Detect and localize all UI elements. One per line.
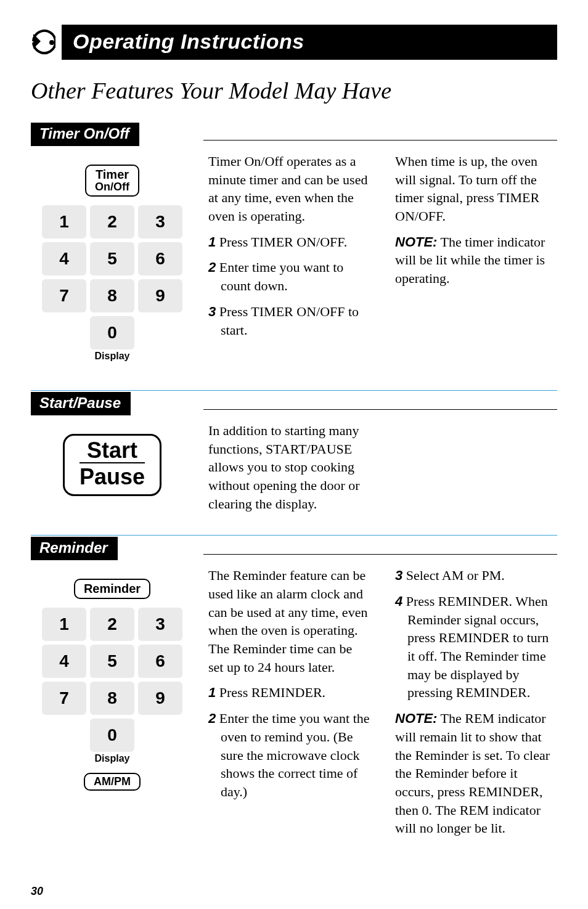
quickstart-icon <box>31 25 55 60</box>
timer-step2: 2 Enter time you want to count down. <box>208 258 370 295</box>
section-timer: Timer On/Off Timer On/Off 1 2 3 4 5 6 7 … <box>31 123 557 368</box>
key-9: 9 <box>138 682 182 715</box>
svg-marker-0 <box>33 34 41 49</box>
key-2: 2 <box>90 205 134 238</box>
section-heading-startpause: Start/Pause <box>31 392 131 415</box>
reminder-step3: 3 Select AM or PM. <box>395 566 557 585</box>
header-row: Operating Instructions <box>31 25 557 60</box>
timer-step3: 3 Press TIMER ON/OFF to start. <box>208 303 370 339</box>
section-startpause: Start/Pause Start Pause In addition to s… <box>31 390 557 513</box>
key-8: 8 <box>90 279 134 312</box>
reminder-label-box: Reminder <box>74 579 150 599</box>
page-number: 30 <box>31 885 43 898</box>
timer-keypad: 1 2 3 4 5 6 7 8 9 0 <box>31 205 194 349</box>
ampm-box: AM/PM <box>84 773 141 791</box>
timer-p1: When time is up, the oven will signal. T… <box>395 152 557 226</box>
key-7: 7 <box>42 682 86 715</box>
section-heading-reminder: Reminder <box>31 537 118 560</box>
section-heading-timer: Timer On/Off <box>31 123 139 146</box>
timer-label-line1: Timer <box>95 168 129 181</box>
startpause-line2: Pause <box>80 463 145 489</box>
timer-col2: When time is up, the oven will signal. T… <box>395 152 557 346</box>
timer-label-box: Timer On/Off <box>85 165 139 197</box>
timer-control-illustration: Timer On/Off 1 2 3 4 5 6 7 8 9 0 Display <box>31 152 194 368</box>
reminder-step1: 1 Press REMINDER. <box>208 683 370 702</box>
key-3: 3 <box>138 205 182 238</box>
key-0: 0 <box>90 316 134 349</box>
reminder-control-illustration: Reminder 1 2 3 4 5 6 7 8 9 0 Display AM/… <box>31 566 194 797</box>
header-title: Operating Instructions <box>62 25 557 60</box>
timer-step1: 1 Press TIMER ON/OFF. <box>208 233 370 251</box>
startpause-body: In addition to starting many functions, … <box>208 422 381 513</box>
reminder-display-label: Display <box>31 753 194 764</box>
reminder-col2: 3 Select AM or PM. 4 Press REMINDER. Whe… <box>395 566 557 845</box>
key-7: 7 <box>42 279 86 312</box>
timer-intro: Timer On/Off operates as a minute timer … <box>208 152 370 226</box>
reminder-intro: The Reminder feature can be used like an… <box>208 566 370 676</box>
reminder-step4: 4 Press REMINDER. When Reminder signal o… <box>395 592 557 702</box>
key-6: 6 <box>138 242 182 275</box>
key-6: 6 <box>138 645 182 678</box>
key-1: 1 <box>42 205 86 238</box>
startpause-line1: Start <box>80 438 145 464</box>
reminder-col1: The Reminder feature can be used like an… <box>208 566 370 845</box>
key-1: 1 <box>42 608 86 641</box>
key-3: 3 <box>138 608 182 641</box>
reminder-step2: 2 Enter the time you want the oven to re… <box>208 709 370 801</box>
key-4: 4 <box>42 645 86 678</box>
timer-display-label: Display <box>31 351 194 362</box>
startpause-button: Start Pause <box>63 434 161 496</box>
key-5: 5 <box>90 645 134 678</box>
svg-point-1 <box>49 40 54 45</box>
key-8: 8 <box>90 682 134 715</box>
timer-col1: Timer On/Off operates as a minute timer … <box>208 152 370 346</box>
startpause-illustration: Start Pause <box>31 422 194 508</box>
reminder-keypad: 1 2 3 4 5 6 7 8 9 0 <box>31 608 194 752</box>
page-title: Other Features Your Model May Have <box>31 77 557 104</box>
reminder-note: NOTE: The REM indicator will remain lit … <box>395 709 557 838</box>
key-9: 9 <box>138 279 182 312</box>
key-2: 2 <box>90 608 134 641</box>
key-5: 5 <box>90 242 134 275</box>
section-reminder: Reminder Reminder 1 2 3 4 5 6 7 8 9 0 <box>31 535 557 845</box>
timer-label-line2: On/Off <box>95 181 129 193</box>
key-4: 4 <box>42 242 86 275</box>
key-0: 0 <box>90 719 134 752</box>
timer-note: NOTE: The timer indicator will be lit wh… <box>395 233 557 288</box>
